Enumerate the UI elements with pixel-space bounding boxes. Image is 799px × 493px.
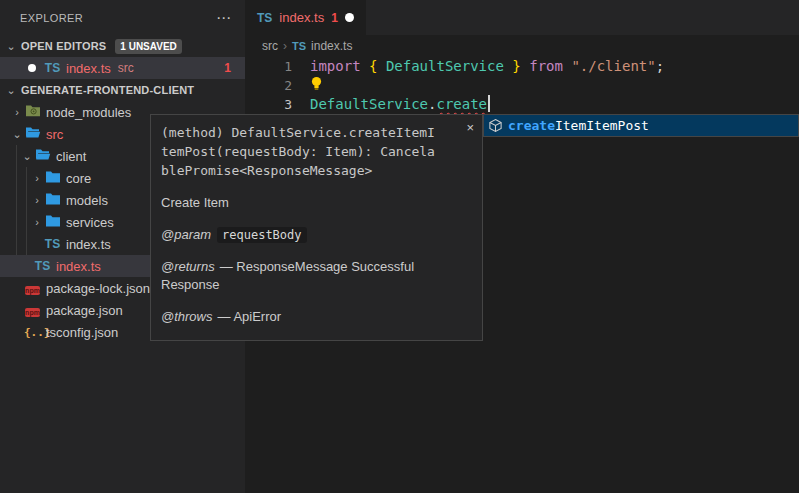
method-cube-icon — [488, 118, 503, 133]
npm-file-icon: npm — [24, 281, 41, 296]
sidebar-title: EXPLORER — [20, 12, 83, 24]
doc-description: Create Item — [161, 194, 472, 212]
lightbulb-icon[interactable] — [310, 76, 323, 96]
workspace-section-header[interactable]: ⌄ GENERATE-FRONTEND-CLIENT — [0, 79, 245, 101]
returns-tag: @returns — [161, 259, 215, 274]
suggest-widget: createItemItemPost — [483, 114, 799, 137]
suggestion-match-text: create — [508, 118, 555, 133]
tree-item-label: models — [66, 193, 108, 208]
folder-icon — [44, 214, 61, 230]
suggest-details-panel: × (method) DefaultService.createItemI te… — [150, 114, 483, 341]
tree-item-label: index.ts — [66, 237, 111, 252]
token-string: "./client" — [571, 58, 655, 74]
line-number: 2 — [245, 76, 292, 95]
line-number: 1 — [245, 57, 292, 76]
tab-filename: index.ts — [279, 10, 324, 25]
token-object: DefaultService — [310, 96, 428, 112]
suggestion-rest-text: ItemItemPost — [555, 118, 649, 133]
signature-line: blePromise<ResponseMessage> — [161, 161, 472, 180]
dirty-dot-icon[interactable] — [345, 13, 354, 22]
throws-tag: @throws — [161, 309, 213, 324]
signature-line: (method) DefaultService.createItemI — [161, 123, 472, 142]
more-actions-icon[interactable]: ⋯ — [216, 10, 231, 25]
chevron-down-icon: ⌄ — [10, 129, 24, 140]
tab-bar: TS index.ts 1 — [245, 0, 799, 35]
folder-icon — [44, 192, 61, 208]
throws-text: — ApiError — [218, 309, 282, 324]
param-tag: @param — [161, 227, 211, 242]
dirty-dot-icon[interactable] — [28, 64, 36, 72]
folder-icon — [44, 170, 61, 186]
open-editor-description: src — [118, 61, 134, 75]
breadcrumb: src › TS index.ts — [245, 35, 799, 57]
code-line-3[interactable]: 3 DefaultService.create — [245, 95, 799, 114]
token-semicolon: ; — [656, 58, 664, 74]
open-editor-item[interactable]: TS index.ts src 1 — [0, 57, 245, 79]
tree-item-label: tsconfig.json — [46, 325, 118, 340]
doc-param-row: @paramrequestBody — [161, 226, 472, 244]
typescript-file-icon: TS — [257, 11, 272, 25]
open-editor-filename: index.ts — [66, 61, 111, 76]
breadcrumb-file[interactable]: index.ts — [311, 39, 352, 53]
chevron-down-icon: ⌄ — [4, 85, 18, 96]
code-line-1[interactable]: 1 import { DefaultService } from "./clie… — [245, 57, 799, 76]
doc-throws-row: @throws— ApiError — [161, 308, 472, 326]
tree-item-label: client — [56, 149, 86, 164]
sidebar-title-bar: EXPLORER ⋯ — [0, 0, 245, 35]
line-number: 3 — [245, 95, 292, 114]
tab-problems-count: 1 — [331, 11, 338, 25]
node-modules-folder-icon — [24, 104, 41, 120]
tree-item-label: src — [46, 127, 63, 142]
tree-item-label: package.json — [46, 303, 123, 318]
tree-item-label: services — [66, 215, 114, 230]
token-import: import — [310, 58, 361, 74]
workspace-name-label: GENERATE-FRONTEND-CLIENT — [21, 84, 194, 96]
unsaved-badge: 1 UNSAVED — [115, 39, 182, 54]
tab-index-ts[interactable]: TS index.ts 1 — [245, 0, 366, 35]
token-class-name: DefaultService — [386, 58, 504, 74]
code-line-2[interactable]: 2 — [245, 76, 799, 95]
chevron-right-icon: › — [10, 107, 24, 118]
chevron-down-icon: ⌄ — [4, 41, 18, 52]
chevron-right-icon: › — [30, 173, 44, 184]
close-icon[interactable]: × — [466, 120, 474, 135]
doc-returns-row: @returns— ResponseMessage Successful Res… — [161, 258, 472, 294]
typescript-file-icon: TS — [44, 237, 61, 251]
param-name-chip: requestBody — [217, 227, 306, 243]
chevron-right-icon: › — [30, 195, 44, 206]
code-area[interactable]: 1 import { DefaultService } from "./clie… — [245, 57, 799, 114]
signature-line: temPost(requestBody: Item): Cancela — [161, 142, 472, 161]
chevron-down-icon: ⌄ — [20, 151, 34, 162]
token-brace-close: } — [512, 58, 520, 74]
problems-count-badge: 1 — [224, 61, 231, 75]
tree-item-label: core — [66, 171, 91, 186]
token-member-error: create — [436, 96, 487, 112]
open-editors-header[interactable]: ⌄ OPEN EDITORS 1 UNSAVED — [0, 35, 245, 57]
open-editors-label: OPEN EDITORS — [21, 40, 106, 52]
typescript-file-icon: TS — [44, 61, 61, 75]
json-file-icon: {..} — [24, 326, 41, 339]
folder-open-icon — [24, 126, 41, 142]
breadcrumb-folder[interactable]: src — [262, 39, 278, 53]
typescript-file-icon: TS — [292, 40, 306, 52]
chevron-right-icon: › — [30, 217, 44, 228]
suggestion-item-selected[interactable]: createItemItemPost — [484, 115, 798, 136]
text-cursor — [488, 95, 490, 112]
tree-item-label: package-lock.json — [46, 281, 150, 296]
tree-item-label: node_modules — [46, 105, 131, 120]
typescript-file-icon: TS — [34, 259, 51, 273]
breadcrumb-separator-icon: › — [283, 39, 287, 53]
tree-item-label: index.ts — [56, 259, 101, 274]
folder-open-icon — [34, 148, 51, 164]
token-from: from — [529, 58, 563, 74]
npm-file-icon: npm — [24, 303, 41, 318]
